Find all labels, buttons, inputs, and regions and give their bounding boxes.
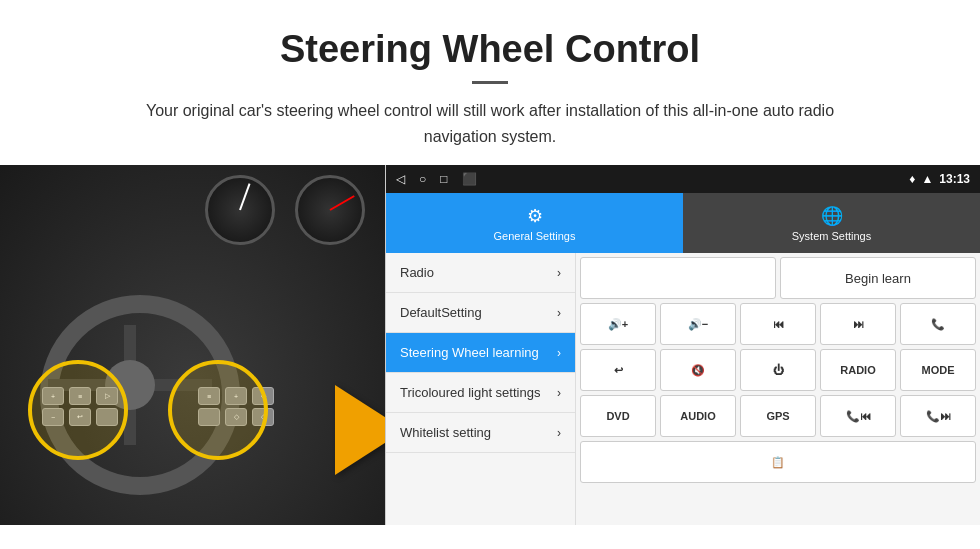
menu-item-whitelist[interactable]: Whitelist setting › [386, 413, 575, 453]
gauge-needle-2 [330, 195, 355, 211]
radio-label: RADIO [840, 364, 875, 376]
begin-learn-button[interactable]: Begin learn [780, 257, 976, 299]
time-display: 13:13 [939, 172, 970, 186]
gps-button[interactable]: GPS [740, 395, 816, 437]
empty-input-box [580, 257, 776, 299]
android-panel: ◁ ○ □ ⬛ ♦ ▲ 13:13 ⚙ General Settings [385, 165, 980, 525]
volume-up-button[interactable]: 🔊+ [580, 303, 656, 345]
sw-btn-12: ◇ [252, 408, 274, 426]
power-icon: ⏻ [773, 364, 784, 376]
menu-item-tricoloured-label: Tricoloured light settings [400, 385, 540, 400]
sw-btn-10 [198, 408, 220, 426]
menu-area: Radio › DefaultSetting › Steering Wheel … [386, 253, 980, 525]
chevron-icon-tricoloured: › [557, 386, 561, 400]
mute-button[interactable]: 🔇 [660, 349, 736, 391]
tab-system-label: System Settings [792, 230, 871, 242]
chevron-icon-radio: › [557, 266, 561, 280]
gauge-rpm [295, 175, 365, 245]
control-row-5: 📋 [580, 441, 976, 483]
status-bar-left: ◁ ○ □ ⬛ [396, 172, 477, 186]
phone-next-button[interactable]: 📞⏭ [900, 395, 976, 437]
sw-btn-6 [96, 408, 118, 426]
control-row-2: 🔊+ 🔊− ⏮ ⏭ 📞 [580, 303, 976, 345]
sw-btn-11: ◇ [225, 408, 247, 426]
back-call-button[interactable]: ↩ [580, 349, 656, 391]
arrow-overlay [335, 385, 385, 475]
tab-system-settings[interactable]: 🌐 System Settings [683, 193, 980, 253]
tab-general-settings[interactable]: ⚙ General Settings [386, 193, 683, 253]
gauge-needle-1 [239, 184, 250, 211]
next-track-icon: ⏭ [853, 318, 864, 330]
home-icon: ○ [419, 172, 426, 186]
volume-up-icon: 🔊+ [608, 318, 628, 331]
mode-label: MODE [922, 364, 955, 376]
phone-button[interactable]: 📞 [900, 303, 976, 345]
menu-item-steering[interactable]: Steering Wheel learning › [386, 333, 575, 373]
menu-item-radio[interactable]: Radio › [386, 253, 575, 293]
list-icon: 📋 [771, 456, 785, 469]
list-button[interactable]: 📋 [580, 441, 976, 483]
audio-label: AUDIO [680, 410, 715, 422]
back-icon: ◁ [396, 172, 405, 186]
sw-btn-5: ↩ [69, 408, 91, 426]
phone-next-icon: 📞⏭ [926, 410, 951, 423]
gauge-speed [205, 175, 275, 245]
control-row-4: DVD AUDIO GPS 📞⏮ 📞⏭ [580, 395, 976, 437]
header: Steering Wheel Control Your original car… [0, 0, 980, 165]
mode-button[interactable]: MODE [900, 349, 976, 391]
menu-item-whitelist-label: Whitelist setting [400, 425, 491, 440]
menu-item-default[interactable]: DefaultSetting › [386, 293, 575, 333]
volume-down-icon: 🔊− [688, 318, 708, 331]
next-track-button[interactable]: ⏭ [820, 303, 896, 345]
big-arrow [335, 385, 385, 475]
status-bar: ◁ ○ □ ⬛ ♦ ▲ 13:13 [386, 165, 980, 193]
control-row-1: Begin learn [580, 257, 976, 299]
menu-item-steering-label: Steering Wheel learning [400, 345, 539, 360]
prev-track-icon: ⏮ [773, 318, 784, 330]
radio-button[interactable]: RADIO [820, 349, 896, 391]
dashboard-gauges [205, 175, 365, 245]
mute-icon: 🔇 [691, 364, 705, 377]
menu-icon: ⬛ [462, 172, 477, 186]
audio-button[interactable]: AUDIO [660, 395, 736, 437]
phone-prev-icon: 📞⏮ [846, 410, 871, 423]
control-panel: Begin learn 🔊+ 🔊− ⏮ [576, 253, 980, 525]
sw-btn-2: ≡ [69, 387, 91, 405]
sw-btn-4: − [42, 408, 64, 426]
car-image-area: + ≡ ▷ − ↩ ≡ + ◇ ◇ ◇ [0, 165, 385, 525]
page-wrapper: Steering Wheel Control Your original car… [0, 0, 980, 525]
sw-btn-3: ▷ [96, 387, 118, 405]
sw-btn-1: + [42, 387, 64, 405]
steering-bg: + ≡ ▷ − ↩ ≡ + ◇ ◇ ◇ [0, 165, 385, 525]
gps-label: GPS [766, 410, 789, 422]
phone-prev-button[interactable]: 📞⏮ [820, 395, 896, 437]
prev-track-button[interactable]: ⏮ [740, 303, 816, 345]
header-divider [472, 81, 508, 84]
page-title: Steering Wheel Control [60, 28, 920, 71]
menu-item-radio-label: Radio [400, 265, 434, 280]
dvd-label: DVD [606, 410, 629, 422]
tab-general-label: General Settings [494, 230, 576, 242]
btn-cluster-left: + ≡ ▷ − ↩ [42, 387, 120, 426]
phone-icon: 📞 [931, 318, 945, 331]
btn-cluster-right: ≡ + ◇ ◇ ◇ [198, 387, 276, 426]
power-button[interactable]: ⏻ [740, 349, 816, 391]
sw-btn-8: + [225, 387, 247, 405]
status-bar-right: ♦ ▲ 13:13 [909, 172, 970, 186]
main-content: + ≡ ▷ − ↩ ≡ + ◇ ◇ ◇ [0, 165, 980, 525]
chevron-icon-default: › [557, 306, 561, 320]
volume-down-button[interactable]: 🔊− [660, 303, 736, 345]
menu-item-default-label: DefaultSetting [400, 305, 482, 320]
general-settings-icon: ⚙ [527, 205, 543, 227]
menu-list: Radio › DefaultSetting › Steering Wheel … [386, 253, 576, 525]
chevron-icon-whitelist: › [557, 426, 561, 440]
system-settings-icon: 🌐 [821, 205, 843, 227]
recent-icon: □ [440, 172, 447, 186]
signal-icon: ▲ [921, 172, 933, 186]
tab-bar: ⚙ General Settings 🌐 System Settings [386, 193, 980, 253]
menu-item-tricoloured[interactable]: Tricoloured light settings › [386, 373, 575, 413]
header-subtitle: Your original car's steering wheel contr… [110, 98, 870, 149]
sw-btn-9: ◇ [252, 387, 274, 405]
control-row-3: ↩ 🔇 ⏻ RADIO MODE [580, 349, 976, 391]
dvd-button[interactable]: DVD [580, 395, 656, 437]
